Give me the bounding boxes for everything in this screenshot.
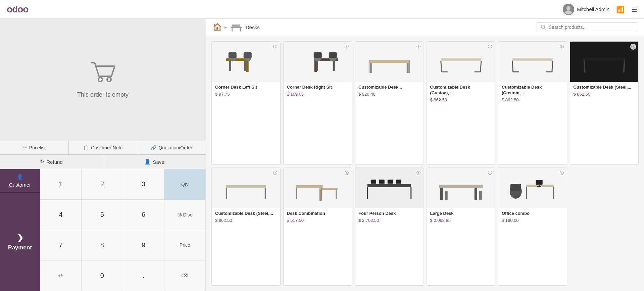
svg-rect-32 <box>441 58 481 61</box>
svg-rect-8 <box>232 25 240 27</box>
product-info: Customizable Desk... $ 920.46 <box>355 82 424 100</box>
key-6[interactable]: 6 <box>123 200 164 230</box>
product-info: Large Desk $ 2,068.85 <box>427 208 495 226</box>
breadcrumb: 🏠 ▸ Desks <box>213 22 260 32</box>
svg-rect-40 <box>296 185 323 188</box>
product-price: $ 169.05 <box>287 92 349 97</box>
key-1[interactable]: 1 <box>40 169 82 200</box>
search-input[interactable] <box>549 25 633 30</box>
key-4[interactable]: 4 <box>40 200 82 230</box>
customer-icon: 👤 <box>17 174 23 180</box>
menu-icon[interactable]: ☰ <box>631 5 637 13</box>
product-card-customizable-desk-3[interactable]: ⓘ Customizable Desk (Custom,... $ 862.50 <box>498 41 567 165</box>
pricelist-icon: ☷ <box>23 145 27 150</box>
product-info: Office combo $ 160.00 <box>498 208 567 226</box>
info-badge[interactable]: ⓘ <box>344 44 350 50</box>
cart-icon <box>90 61 116 86</box>
svg-rect-54 <box>440 188 443 200</box>
product-grid: ⓘ Corner Desk Left Sit $ 97.75 <box>206 36 644 291</box>
svg-rect-26 <box>329 52 337 58</box>
product-name: Customizable Desk (Steel,... <box>574 85 635 90</box>
tab-customer-note[interactable]: 📋 Customer Note <box>69 141 138 154</box>
product-card-four-person-desk[interactable]: ⓘ Four Person Desk $ 2,702.50 <box>355 167 424 286</box>
home-icon[interactable]: 🏠 <box>213 23 222 32</box>
svg-point-2 <box>565 10 572 14</box>
svg-line-35 <box>584 60 585 72</box>
product-info: Corner Desk Right Sit $ 169.05 <box>284 82 352 100</box>
info-badge[interactable]: ⓘ <box>415 170 422 176</box>
product-price: $ 160.00 <box>502 218 563 223</box>
key-9[interactable]: 9 <box>123 230 164 261</box>
svg-rect-48 <box>379 180 385 184</box>
svg-rect-53 <box>439 185 483 188</box>
svg-rect-29 <box>407 63 409 73</box>
svg-rect-21 <box>316 61 318 71</box>
product-card-customizable-desk-1[interactable]: ⓘ Customizable Desk... $ 920.46 <box>355 41 424 165</box>
tab-pricelist-label: Pricelist <box>29 145 46 150</box>
key-2[interactable]: 2 <box>82 169 123 200</box>
product-card-corner-desk-left[interactable]: ⓘ Corner Desk Left Sit $ 97.75 <box>211 41 281 165</box>
key-price[interactable]: Price <box>164 230 206 261</box>
customer-label: Customer <box>9 182 31 188</box>
key-7[interactable]: 7 <box>40 230 82 261</box>
product-card-corner-desk-right[interactable]: ⓘ Corner Desk Right Sit $ 169.05 <box>283 41 352 165</box>
refund-button[interactable]: ↻ Refund <box>0 155 103 169</box>
refund-label: Refund <box>46 159 62 165</box>
product-name: Desk Combination <box>287 211 349 216</box>
key-0[interactable]: 0 <box>82 260 123 291</box>
key-disc[interactable]: % Disc <box>164 200 206 230</box>
save-button[interactable]: 👤 Save <box>103 155 206 169</box>
product-card-large-desk[interactable]: ⓘ Large Desk $ 2,068.85 <box>427 167 496 286</box>
customer-button[interactable]: 👤 Customer <box>0 169 40 193</box>
product-name: Customizable Desk (Steel,... <box>215 211 277 216</box>
product-card-desk-combination[interactable]: ⓘ Desk Combination $ 517.50 <box>283 167 352 286</box>
product-name: Large Desk <box>430 211 492 216</box>
product-card-office-combo[interactable]: ⓘ Office combo $ 160.00 <box>498 167 567 286</box>
svg-line-36 <box>624 60 624 72</box>
tabs-row: ☷ Pricelist 📋 Customer Note 🔗 Quotation/… <box>0 141 206 155</box>
info-badge[interactable]: ⓘ <box>415 44 422 50</box>
refund-icon: ↻ <box>40 159 44 165</box>
info-badge[interactable]: ⓘ <box>630 44 636 50</box>
info-badge[interactable]: ⓘ <box>559 44 565 50</box>
product-info: Corner Desk Left Sit $ 97.75 <box>212 82 280 100</box>
product-card-customizable-desk-5[interactable]: ⓘ Customizable Desk (Steel,... $ 862.50 <box>211 167 281 286</box>
product-info: Four Person Desk $ 2,702.50 <box>355 208 424 226</box>
save-icon: 👤 <box>144 159 151 165</box>
info-badge[interactable]: ⓘ <box>559 170 565 176</box>
product-price: $ 517.50 <box>287 218 349 223</box>
info-badge[interactable]: ⓘ <box>487 44 493 50</box>
svg-point-1 <box>566 6 571 10</box>
product-info: Customizable Desk (Steel,... $ 862.50 <box>570 82 639 100</box>
tab-pricelist[interactable]: ☷ Pricelist <box>0 141 69 154</box>
info-badge[interactable]: ⓘ <box>272 170 278 176</box>
action-row: ↻ Refund 👤 Save <box>0 155 206 169</box>
product-price: $ 862.50 <box>574 92 635 97</box>
topbar-right: Mitchell Admin 📶 ☰ <box>563 4 637 15</box>
key-dot[interactable]: . <box>123 260 164 291</box>
tab-quotation-order[interactable]: 🔗 Quotation/Order <box>137 141 206 154</box>
product-image: ⓘ <box>498 42 567 82</box>
product-name: Four Person Desk <box>358 211 420 216</box>
key-3[interactable]: 3 <box>123 169 164 200</box>
wifi-icon: 📶 <box>616 5 625 13</box>
svg-rect-63 <box>536 180 543 185</box>
key-plusminus[interactable]: +/- <box>40 260 82 291</box>
product-image: ⓘ <box>355 42 424 82</box>
product-card-customizable-desk-2[interactable]: ⓘ Customizable Desk (Custom,... $ 862.50 <box>427 41 496 165</box>
right-panel: 🏠 ▸ Desks <box>206 19 644 291</box>
info-badge[interactable]: ⓘ <box>272 44 278 50</box>
product-image: ⓘ <box>284 42 352 82</box>
key-5[interactable]: 5 <box>82 200 123 230</box>
key-8[interactable]: 8 <box>82 230 123 261</box>
svg-rect-6 <box>232 28 232 32</box>
product-card-customizable-desk-4[interactable]: ⓘ Customizable Desk (Steel,... $ 862.50 <box>570 41 639 165</box>
payment-button[interactable]: ❯ Payment <box>0 193 40 291</box>
svg-rect-50 <box>396 180 401 184</box>
svg-rect-28 <box>370 63 372 73</box>
key-qty[interactable]: Qty <box>164 169 206 200</box>
empty-order-text: This order is empty <box>77 91 129 98</box>
search-box[interactable] <box>537 22 637 32</box>
key-backspace[interactable]: ⌫ <box>164 260 206 291</box>
desk-category-icon <box>230 22 243 32</box>
